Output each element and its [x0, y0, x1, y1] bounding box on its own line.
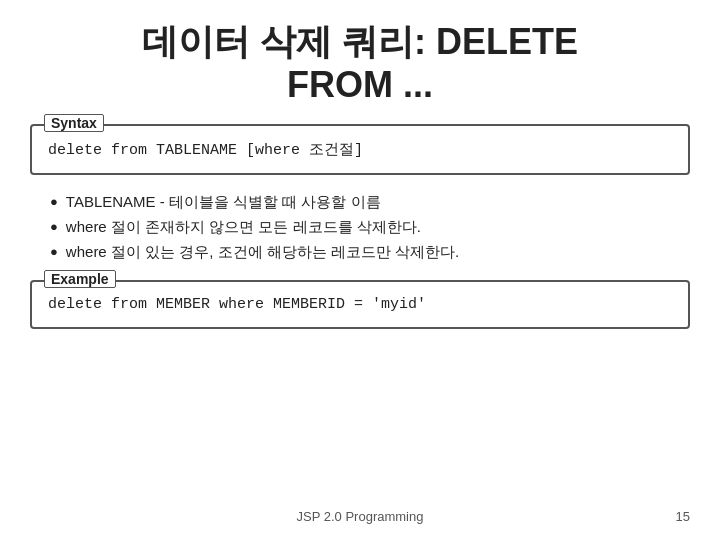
- title-line1: 데이터 삭제 쿼리: DELETE: [142, 21, 578, 62]
- bullet-text-2: where 절이 존재하지 않으면 모든 레코드를 삭제한다.: [66, 218, 421, 237]
- bullet-item-2: where 절이 존재하지 않으면 모든 레코드를 삭제한다.: [50, 218, 690, 237]
- bullet-text-3: where 절이 있는 경우, 조건에 해당하는 레코드만 삭제한다.: [66, 243, 459, 262]
- slide: 데이터 삭제 쿼리: DELETE FROM ... Syntax delete…: [0, 0, 720, 540]
- title-line2: FROM ...: [287, 64, 433, 105]
- footer-page: 15: [676, 509, 690, 524]
- syntax-label: Syntax: [44, 114, 104, 132]
- syntax-code: delete from TABLENAME [where 조건절]: [48, 140, 672, 159]
- footer-center: JSP 2.0 Programming: [297, 509, 424, 524]
- bullet-text-1: TABLENAME - 테이블을 식별할 때 사용할 이름: [66, 193, 381, 212]
- bullet-item-3: where 절이 있는 경우, 조건에 해당하는 레코드만 삭제한다.: [50, 243, 690, 262]
- example-label: Example: [44, 270, 116, 288]
- example-code: delete from MEMBER where MEMBERID = 'myi…: [48, 296, 672, 313]
- syntax-box: Syntax delete from TABLENAME [where 조건절]: [30, 124, 690, 175]
- bullet-list: TABLENAME - 테이블을 식별할 때 사용할 이름 where 절이 존…: [50, 193, 690, 262]
- example-box: Example delete from MEMBER where MEMBERI…: [30, 280, 690, 329]
- bullet-item-1: TABLENAME - 테이블을 식별할 때 사용할 이름: [50, 193, 690, 212]
- slide-title: 데이터 삭제 쿼리: DELETE FROM ...: [30, 20, 690, 106]
